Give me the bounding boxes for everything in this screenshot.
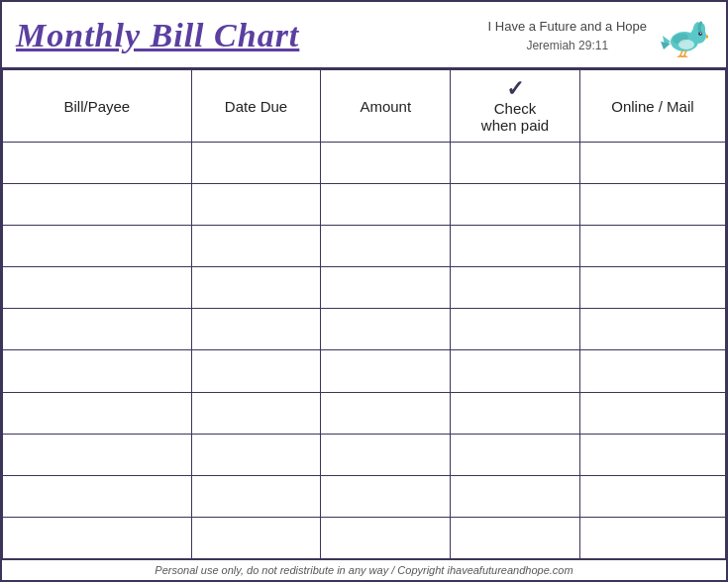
check-when-paid-label: Checkwhen paid <box>481 100 549 134</box>
cell-amount <box>321 350 451 392</box>
cell-amount <box>321 392 451 434</box>
cell-bill <box>3 184 192 226</box>
cell-online <box>579 392 725 434</box>
table-row <box>3 350 726 392</box>
header-tagline-block: I Have a Future and a Hope Jeremiah 29:1… <box>488 17 647 54</box>
monthly-bill-chart-page: Monthly Bill Chart I Have a Future and a… <box>0 0 728 582</box>
cell-amount <box>321 309 451 350</box>
cell-date <box>191 517 321 558</box>
cell-bill <box>3 309 192 350</box>
cell-online <box>579 184 725 226</box>
cell-amount <box>321 184 451 226</box>
svg-marker-4 <box>706 35 708 39</box>
table-header-row: Bill/Payee Date Due Amount ✓ Checkwhen p… <box>3 70 726 143</box>
cell-online <box>579 143 725 184</box>
col-header-date: Date Due <box>191 70 321 143</box>
cell-check <box>451 434 580 475</box>
cell-date <box>191 350 321 392</box>
cell-online <box>579 226 725 267</box>
cell-date <box>191 475 321 517</box>
cell-amount <box>321 267 451 309</box>
cell-amount <box>321 226 451 267</box>
cell-bill <box>3 475 192 517</box>
footer-text: Personal use only, do not redistribute i… <box>155 564 572 576</box>
col-header-bill: Bill/Payee <box>3 70 192 143</box>
col-header-check: ✓ Checkwhen paid <box>451 70 580 143</box>
cell-date <box>191 143 321 184</box>
svg-point-3 <box>700 33 701 34</box>
cell-date <box>191 267 321 309</box>
footer: Personal use only, do not redistribute i… <box>2 559 726 580</box>
cell-bill <box>3 350 192 392</box>
cell-check <box>451 392 580 434</box>
cell-bill <box>3 143 192 184</box>
cell-online <box>579 309 725 350</box>
svg-point-8 <box>678 40 694 49</box>
cell-bill <box>3 517 192 558</box>
cell-check <box>451 267 580 309</box>
cell-date <box>191 184 321 226</box>
cell-amount <box>321 434 451 475</box>
check-header-content: ✓ Checkwhen paid <box>455 78 575 134</box>
table-wrapper: Bill/Payee Date Due Amount ✓ Checkwhen p… <box>2 69 726 559</box>
cell-check <box>451 143 580 184</box>
table-row <box>3 226 726 267</box>
table-row <box>3 267 726 309</box>
table-row <box>3 517 726 558</box>
table-row <box>3 143 726 184</box>
table-body <box>3 143 726 559</box>
svg-point-2 <box>698 32 702 36</box>
bill-table: Bill/Payee Date Due Amount ✓ Checkwhen p… <box>2 69 726 559</box>
cell-bill <box>3 392 192 434</box>
cell-date <box>191 392 321 434</box>
cell-date <box>191 226 321 267</box>
cell-amount <box>321 517 451 558</box>
page-header: Monthly Bill Chart I Have a Future and a… <box>2 2 726 69</box>
cell-amount <box>321 143 451 184</box>
verse: Jeremiah 29:11 <box>488 37 647 54</box>
cell-date <box>191 309 321 350</box>
svg-line-9 <box>680 50 682 55</box>
cell-online <box>579 267 725 309</box>
svg-marker-7 <box>661 42 671 49</box>
cell-bill <box>3 434 192 475</box>
table-row <box>3 184 726 226</box>
cell-online <box>579 517 725 558</box>
page-title: Monthly Bill Chart <box>16 17 299 54</box>
checkmark-symbol: ✓ <box>506 78 524 100</box>
cell-date <box>191 434 321 475</box>
cell-online <box>579 434 725 475</box>
table-row <box>3 475 726 517</box>
cell-check <box>451 226 580 267</box>
cell-check <box>451 517 580 558</box>
cell-online <box>579 475 725 517</box>
table-row <box>3 392 726 434</box>
cell-bill <box>3 226 192 267</box>
bird-icon <box>657 14 708 57</box>
cell-bill <box>3 267 192 309</box>
cell-check <box>451 309 580 350</box>
cell-check <box>451 184 580 226</box>
col-header-online: Online / Mail <box>579 70 725 143</box>
table-row <box>3 309 726 350</box>
header-right: I Have a Future and a Hope Jeremiah 29:1… <box>488 14 708 57</box>
cell-online <box>579 350 725 392</box>
tagline: I Have a Future and a Hope <box>488 17 647 37</box>
cell-check <box>451 350 580 392</box>
col-header-amount: Amount <box>321 70 451 143</box>
cell-check <box>451 475 580 517</box>
cell-amount <box>321 475 451 517</box>
table-row <box>3 434 726 475</box>
